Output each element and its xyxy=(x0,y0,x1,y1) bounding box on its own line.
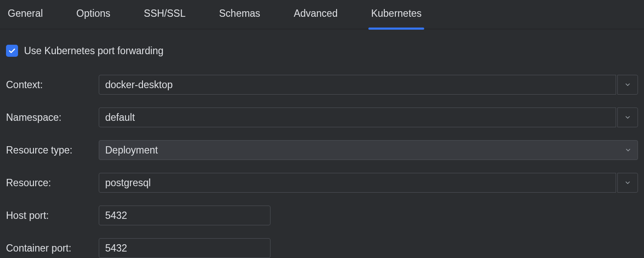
port-forwarding-row: Use Kubernetes port forwarding xyxy=(6,45,638,57)
tab-ssh-ssl[interactable]: SSH/SSL xyxy=(142,7,187,28)
container-port-label: Container port: xyxy=(6,243,96,254)
context-input[interactable] xyxy=(99,75,616,95)
context-combobox xyxy=(99,75,638,95)
check-icon xyxy=(8,46,16,55)
namespace-input[interactable] xyxy=(99,108,616,127)
tab-kubernetes[interactable]: Kubernetes xyxy=(369,7,423,28)
use-port-forwarding-checkbox[interactable] xyxy=(6,45,18,57)
container-port-cell xyxy=(99,238,638,258)
host-port-label: Host port: xyxy=(6,210,96,221)
chevron-down-icon xyxy=(624,179,631,186)
namespace-combobox xyxy=(99,108,638,127)
chevron-down-icon xyxy=(625,147,632,154)
context-dropdown-button[interactable] xyxy=(617,75,638,95)
host-port-cell xyxy=(99,206,638,225)
chevron-down-icon xyxy=(624,114,631,121)
container-port-input[interactable] xyxy=(99,238,270,258)
tab-options[interactable]: Options xyxy=(75,7,112,28)
context-label: Context: xyxy=(6,79,96,91)
host-port-input[interactable] xyxy=(99,206,270,225)
namespace-label: Namespace: xyxy=(6,112,96,123)
resource-type-label: Resource type: xyxy=(6,144,96,156)
use-port-forwarding-label: Use Kubernetes port forwarding xyxy=(24,45,164,57)
kubernetes-form: Use Kubernetes port forwarding Context: … xyxy=(0,29,644,258)
tab-general[interactable]: General xyxy=(6,7,45,28)
resource-combobox xyxy=(99,173,638,193)
tab-advanced[interactable]: Advanced xyxy=(292,7,339,28)
chevron-down-icon xyxy=(624,81,631,88)
resource-type-select[interactable]: Deployment xyxy=(99,140,638,160)
resource-dropdown-button[interactable] xyxy=(617,173,638,193)
resource-input[interactable] xyxy=(99,173,616,193)
tab-schemas[interactable]: Schemas xyxy=(217,7,262,28)
tab-bar: General Options SSH/SSL Schemas Advanced… xyxy=(0,0,644,29)
resource-label: Resource: xyxy=(6,177,96,189)
namespace-dropdown-button[interactable] xyxy=(617,108,638,127)
resource-type-value: Deployment xyxy=(105,144,158,156)
